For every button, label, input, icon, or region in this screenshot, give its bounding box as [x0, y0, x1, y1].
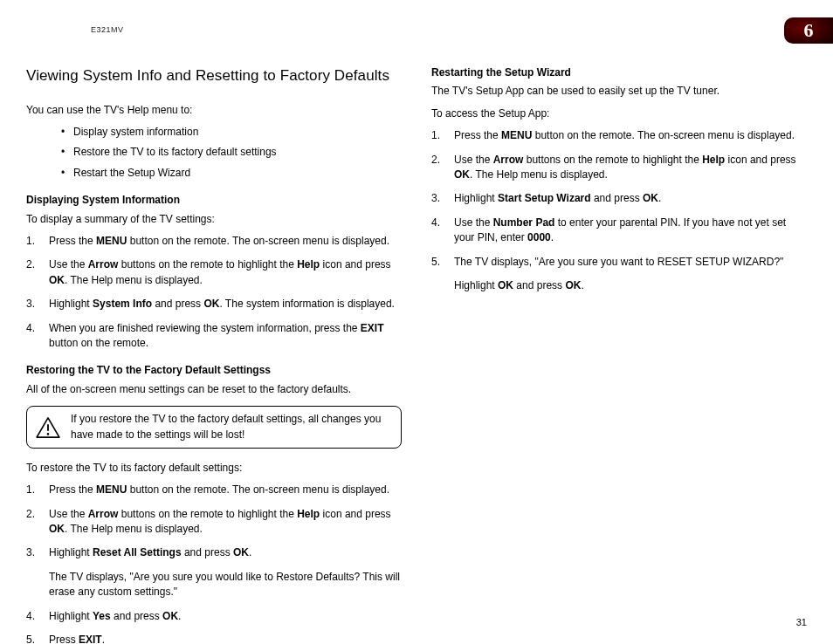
list-item: Display system information — [26, 125, 402, 140]
content-columns: Viewing System Info and Resetting to Fac… — [26, 65, 807, 644]
body-text: All of the on-screen menu settings can b… — [26, 382, 402, 397]
subheading-restore-defaults: Restoring the TV to the Factory Default … — [26, 363, 402, 378]
list-item: Press the MENU button on the remote. The… — [431, 128, 807, 143]
list-item: The TV displays, "Are you sure you want … — [431, 255, 807, 294]
list-item: Use the Number Pad to enter your parenta… — [431, 216, 807, 246]
warning-text: If you restore the TV to the factory def… — [71, 412, 392, 442]
intro-text: You can use the TV's Help menu to: — [26, 103, 402, 118]
list-item: Use the Arrow buttons on the remote to h… — [26, 507, 402, 538]
svg-point-1 — [47, 433, 50, 435]
list-item: Press the MENU button on the remote. The… — [26, 483, 402, 497]
subheading-display-info: Displaying System Information — [26, 193, 402, 208]
list-item: Highlight System Info and press OK. The … — [26, 297, 402, 312]
steps-display-info: Press the MENU button on the remote. The… — [26, 234, 402, 351]
list-item: Highlight Start Setup Wizard and press O… — [431, 191, 807, 206]
page-number: 31 — [796, 616, 807, 630]
steps-restore-defaults: Press the MENU button on the remote. The… — [26, 483, 402, 644]
list-item: When you are finished reviewing the syst… — [26, 321, 402, 352]
list-item: Highlight Yes and press OK. — [26, 609, 402, 624]
list-item: Restore the TV to its factory default se… — [26, 145, 402, 160]
warning-box: If you restore the TV to the factory def… — [26, 406, 402, 449]
body-text: The TV's Setup App can be used to easily… — [431, 84, 807, 99]
warning-icon — [36, 417, 60, 438]
list-item: Press the MENU button on the remote. The… — [26, 234, 402, 249]
list-item: Use the Arrow buttons on the remote to h… — [26, 257, 402, 288]
page-heading: Viewing System Info and Resetting to Fac… — [26, 65, 402, 87]
body-text: To access the Setup App: — [431, 106, 807, 121]
intro-bullets: Display system information Restore the T… — [26, 125, 402, 181]
list-item: Restart the Setup Wizard — [26, 166, 402, 181]
list-item: Highlight Reset All Settings and press O… — [26, 545, 402, 599]
left-column: Viewing System Info and Resetting to Fac… — [26, 65, 402, 644]
steps-setup-wizard: Press the MENU button on the remote. The… — [431, 128, 807, 293]
right-column: Restarting the Setup Wizard The TV's Set… — [431, 65, 807, 644]
list-item: Press EXIT. — [26, 633, 402, 644]
list-item: Use the Arrow buttons on the remote to h… — [431, 153, 807, 183]
subheading-setup-wizard: Restarting the Setup Wizard — [431, 65, 807, 80]
body-text: To display a summary of the TV settings: — [26, 212, 402, 227]
body-text: To restore the TV to its factory default… — [26, 461, 402, 476]
chapter-tab: 6 — [784, 17, 833, 44]
model-label: E321MV — [91, 24, 124, 36]
